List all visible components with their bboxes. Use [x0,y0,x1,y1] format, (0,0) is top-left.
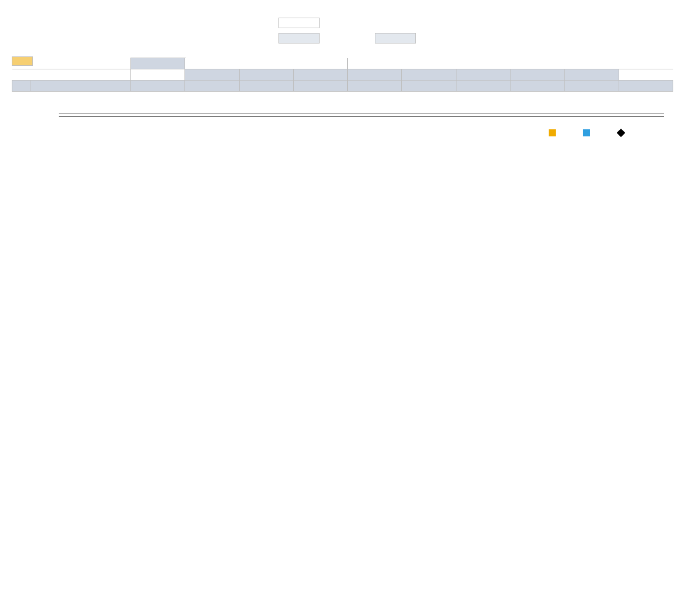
col-pa-sub [131,81,185,92]
cpm-table [12,58,673,92]
col-earlystart [402,69,456,81]
col-slack [619,81,673,92]
start-date-field[interactable] [278,18,320,28]
col-pessimistic [293,69,347,81]
col-ef [456,81,510,92]
col-desc [31,81,131,92]
col-id [12,81,31,92]
col-min [185,81,239,92]
col-ls [511,81,565,92]
col-pa-group [131,58,185,69]
col-max [293,81,347,92]
col-duration [348,81,402,92]
duration-field [375,33,416,43]
col-avg [239,81,293,92]
gantt-chart [41,103,664,129]
col-latestart [511,69,565,81]
col-earlyfinish [456,69,510,81]
col-optimistic [185,69,239,81]
col-expected [348,69,402,81]
col-lf [565,81,619,92]
col-es [402,81,456,92]
col-mostlikely [239,69,293,81]
gantt-legend [549,129,629,136]
finish-date-field [278,33,320,43]
col-latefinish [565,69,619,81]
critical-legend-swatch [12,56,33,66]
